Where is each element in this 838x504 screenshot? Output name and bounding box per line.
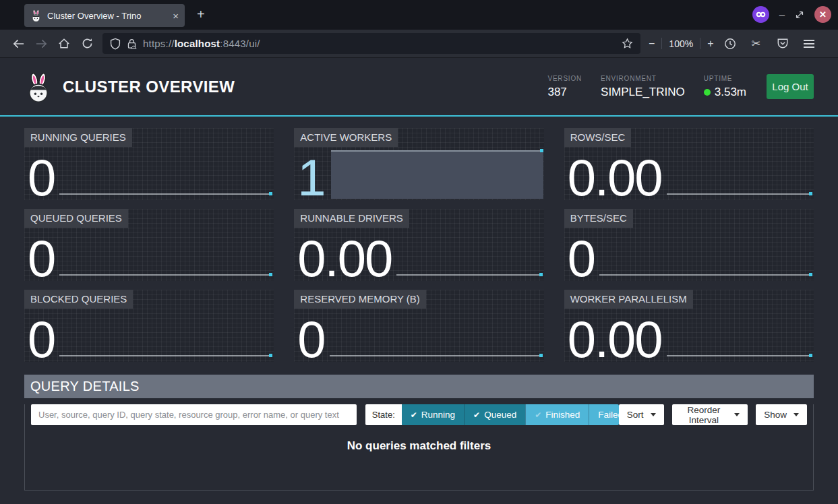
state-button-queued[interactable]: ✔ Queued [464,404,525,425]
sparkline [667,193,812,195]
tile-runnable-drivers: RUNNABLE DRIVERS 0.00 [294,209,543,281]
forward-button[interactable] [30,34,53,54]
close-window-button[interactable]: ✕ [814,6,831,23]
url-text[interactable]: https://localhost:8443/ui/ [143,38,616,49]
stat-uptime: UPTIME 3.53m [704,75,746,99]
tile-value: 0.00 [568,319,662,360]
zoom-out-button[interactable]: − [649,38,655,50]
stat-environment: ENVIRONMENT SIMPLE_TRINO [601,75,685,99]
tile-value: 1 [297,158,324,199]
check-icon: ✔ [411,410,417,420]
lock-icon[interactable] [127,38,137,49]
check-icon: ✔ [535,410,541,420]
zoom-in-button[interactable]: + [707,38,713,50]
divider [661,38,662,49]
tile-worker-parallelism: WORKER PARALLELISM 0.00 [564,290,814,362]
state-label: State: [365,404,402,425]
screenshot-scissors-button[interactable]: ✂ [747,34,766,54]
tile-value: 0 [568,239,595,280]
zoom-level-button[interactable]: 100% [669,38,693,49]
page-title: CLUSTER OVERVIEW [63,77,235,96]
privacy-mask-icon[interactable] [752,6,769,23]
tile-blocked-queries: BLOCKED QUERIES 0 [24,290,274,362]
sparkline [667,355,812,356]
sparkline-endpoint-dot [539,354,543,357]
tile-active-workers: ACTIVE WORKERS 1 [294,128,543,200]
history-clock-button[interactable] [721,34,740,54]
stat-environment-label: ENVIRONMENT [601,75,685,82]
tab-title: Cluster Overview - Trino [47,11,167,21]
pocket-button[interactable] [773,34,792,54]
sparkline-endpoint-dot [809,192,812,195]
tile-value: 0 [28,158,55,199]
url-bar[interactable]: https://localhost:8443/ui/ [102,33,640,54]
tab-close-button[interactable]: × [173,11,179,21]
tile-label: BLOCKED QUERIES [24,290,133,309]
sparkline-endpoint-dot [539,273,543,276]
sort-dropdown-button[interactable]: Sort [619,404,664,425]
uptime-status-dot [704,89,711,96]
new-tab-button[interactable]: + [197,7,205,22]
minimize-button[interactable]: – [779,9,785,20]
browser-tab[interactable]: Cluster Overview - Trino × [24,4,185,27]
tile-value: 0 [28,319,55,360]
query-details-panel: State: ✔ Running ✔ Queued ✔ Finished Fai… [24,404,814,491]
bookmark-star-icon[interactable] [622,38,633,49]
sparkline [59,193,272,195]
shield-icon[interactable] [110,38,121,50]
app-header: CLUSTER OVERVIEW VERSION 387 ENVIRONMENT… [0,58,838,117]
tile-running-queries: RUNNING QUERIES 0 [24,128,274,200]
state-filter-group: State: ✔ Running ✔ Queued ✔ Finished Fai… [365,404,619,425]
tile-label: ROWS/SEC [564,128,632,147]
show-dropdown-button[interactable]: Show [756,404,807,425]
tile-label: RESERVED MEMORY (B) [294,290,426,309]
stat-version-label: VERSION [547,75,582,82]
sparkline [396,274,541,276]
stat-environment-value: SIMPLE_TRINO [601,86,685,99]
trino-favicon-icon [30,9,42,22]
tile-rows-per-sec: ROWS/SEC 0.00 [564,128,814,200]
sparkline-endpoint-dot [809,354,812,357]
home-button[interactable] [53,34,76,54]
tile-value: 0 [28,239,55,280]
tile-label: QUEUED QUERIES [24,209,128,228]
reload-button[interactable] [76,34,98,54]
caret-down-icon [651,413,656,416]
logout-button[interactable]: Log Out [767,74,814,99]
sparkline-endpoint-dot [269,273,272,276]
state-button-failed-dropdown[interactable]: Failed [589,404,619,425]
query-search-input[interactable] [31,404,357,425]
reorder-interval-dropdown-button[interactable]: Reorder Interval [672,404,748,425]
caret-down-icon [794,413,799,416]
sparkline-endpoint-dot [269,354,272,357]
back-button[interactable] [7,34,30,54]
stat-uptime-value: 3.53m [715,86,746,99]
sparkline [599,274,812,276]
stat-version: VERSION 387 [547,75,582,99]
hamburger-menu-button[interactable] [800,34,818,54]
browser-toolbar: https://localhost:8443/ui/ − 100% + ✂ [0,30,838,58]
tile-label: RUNNABLE DRIVERS [294,209,409,228]
tile-bytes-per-sec: BYTES/SEC 0 [564,209,814,281]
trino-logo-icon [24,72,53,103]
caret-down-icon [734,413,740,416]
state-button-running[interactable]: ✔ Running [402,404,464,425]
divider [700,38,700,49]
stat-version-value: 387 [547,86,582,99]
tile-label: RUNNING QUERIES [24,128,132,147]
state-button-finished[interactable]: ✔ Finished [525,404,589,425]
sparkline [330,355,542,356]
tile-value: 0 [297,319,324,360]
empty-queries-message: No queries matched filters [25,439,813,453]
tile-label: ACTIVE WORKERS [294,128,398,147]
metrics-grid: RUNNING QUERIES 0 ACTIVE WORKERS 1 ROWS/… [0,117,838,362]
restore-button[interactable] [795,10,804,20]
query-details-section: QUERY DETAILS State: ✔ Running ✔ Queued … [24,375,814,491]
window-titlebar: Cluster Overview - Trino × + – ✕ [0,0,838,30]
tile-value: 0.00 [297,239,392,280]
sparkline-endpoint-dot [809,273,812,276]
tile-reserved-memory: RESERVED MEMORY (B) 0 [294,290,543,362]
sparkline-endpoint-dot [540,149,543,152]
check-icon: ✔ [473,410,480,420]
tile-label: BYTES/SEC [564,209,633,228]
